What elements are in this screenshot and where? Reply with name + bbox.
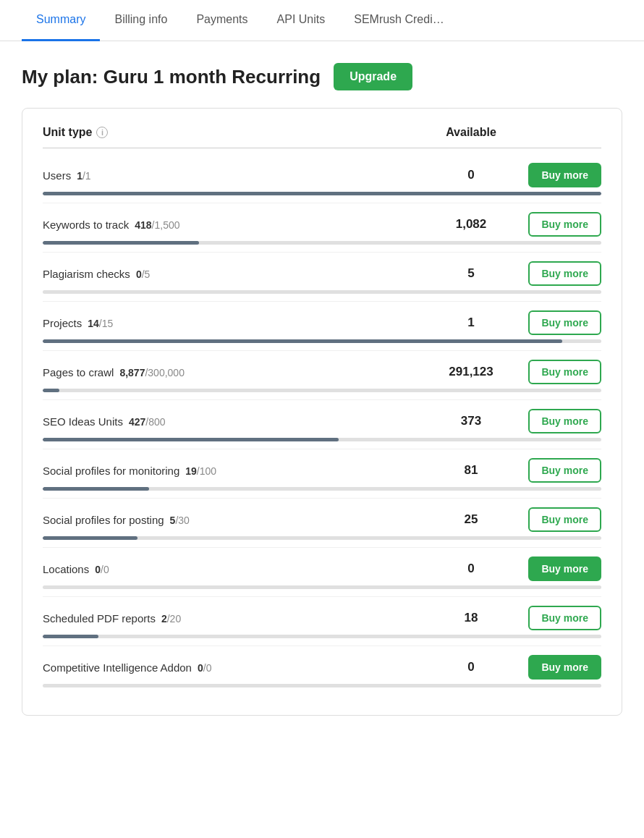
row-usage-1: 418/1,500 [135,219,179,231]
progress-bar-8 [43,585,601,589]
plan-title: My plan: Guru 1 month Recurring [22,66,321,88]
row-usage-8: 0/0 [95,564,109,575]
progress-fill-1 [43,241,199,245]
tab-billing-info[interactable]: Billing info [100,0,182,41]
row-label-0: Users [43,169,71,182]
available-header: Available [428,126,514,139]
row-usage-6: 19/100 [185,465,216,477]
buy-more-button-9[interactable]: Buy more [528,606,601,630]
progress-fill-4 [43,389,59,392]
row-usage-3: 14/15 [88,318,113,329]
table-row: Projects 14/15 1 Buy more [43,302,601,351]
row-available-8: 0 [428,562,514,576]
row-available-10: 0 [428,660,514,674]
progress-fill-0 [43,192,601,195]
tab-semrush-credits[interactable]: SEMrush Credi… [339,0,458,41]
buy-more-button-3[interactable]: Buy more [528,310,601,335]
progress-bar-2 [43,290,601,294]
progress-bar-10 [43,684,601,687]
row-label-7: Social profiles for posting [43,514,164,526]
row-label-5: SEO Ideas Units [43,415,123,428]
progress-bar-0 [43,192,601,195]
table-row: Scheduled PDF reports 2/20 18 Buy more [43,597,601,646]
buy-more-button-4[interactable]: Buy more [528,360,601,384]
progress-bar-1 [43,241,601,245]
table-row: SEO Ideas Units 427/800 373 Buy more [43,400,601,449]
row-action-5: Buy more [514,409,601,433]
table-row: Plagiarism checks 0/5 5 Buy more [43,253,601,302]
row-action-10: Buy more [514,655,601,680]
row-usage-7: 5/30 [170,515,190,526]
table-row: Users 1/1 0 Buy more [43,154,601,203]
unit-type-info-icon[interactable]: i [96,127,108,138]
tab-payments[interactable]: Payments [182,0,262,41]
upgrade-button[interactable]: Upgrade [334,63,412,90]
progress-bar-6 [43,487,601,491]
progress-bar-9 [43,635,601,638]
row-action-3: Buy more [514,310,601,335]
table-row: Social profiles for posting 5/30 25 Buy … [43,499,601,548]
table-row: Pages to crawl 8,877/300,000 291,123 Buy… [43,351,601,400]
progress-fill-3 [43,339,562,343]
row-available-2: 5 [428,266,514,281]
row-label-1: Keywords to track [43,219,129,231]
table-row: Locations 0/0 0 Buy more [43,548,601,597]
rows-container: Users 1/1 0 Buy more Keywords to track 4… [43,154,601,695]
row-available-1: 1,082 [428,217,514,232]
row-usage-4: 8,877/300,000 [119,367,185,378]
tab-summary[interactable]: Summary [22,0,100,41]
row-action-9: Buy more [514,606,601,630]
tab-api-units[interactable]: API Units [263,0,340,41]
progress-bar-7 [43,536,601,540]
progress-fill-5 [43,438,339,441]
row-available-9: 18 [428,611,514,625]
row-action-7: Buy more [514,507,601,532]
row-label-8: Locations [43,563,89,575]
row-action-0: Buy more [514,163,601,187]
buy-more-button-10[interactable]: Buy more [528,655,601,680]
table-row: Keywords to track 418/1,500 1,082 Buy mo… [43,203,601,253]
row-label-4: Pages to crawl [43,366,114,378]
progress-fill-6 [43,487,149,491]
table-row: Competitive Intelligence Addon 0/0 0 Buy… [43,646,601,695]
unit-type-header: Unit type [43,126,92,139]
buy-more-button-7[interactable]: Buy more [528,507,601,532]
row-label-10: Competitive Intelligence Addon [43,661,192,674]
units-card: Unit type i Available Users 1/1 0 Buy mo… [22,108,622,716]
row-action-6: Buy more [514,458,601,483]
row-label-2: Plagiarism checks [43,268,130,280]
row-available-7: 25 [428,512,514,527]
row-available-5: 373 [428,414,514,428]
progress-bar-4 [43,389,601,392]
row-available-6: 81 [428,463,514,478]
row-action-2: Buy more [514,261,601,286]
table-header: Unit type i Available [43,126,601,148]
row-usage-5: 427/800 [129,416,166,428]
buy-more-button-1[interactable]: Buy more [528,212,601,237]
buy-more-button-0[interactable]: Buy more [528,163,601,187]
row-label-9: Scheduled PDF reports [43,612,156,625]
row-action-1: Buy more [514,212,601,237]
row-label-3: Projects [43,317,82,329]
row-available-4: 291,123 [428,365,514,379]
buy-more-button-5[interactable]: Buy more [528,409,601,433]
row-label-6: Social profiles for monitoring [43,465,179,477]
page-title-area: My plan: Guru 1 month Recurring Upgrade [0,63,644,108]
table-row: Social profiles for monitoring 19/100 81… [43,449,601,499]
row-usage-10: 0/0 [198,662,211,674]
tab-bar: Summary Billing info Payments API Units … [0,0,644,41]
progress-bar-3 [43,339,601,343]
buy-more-button-6[interactable]: Buy more [528,458,601,483]
row-usage-2: 0/5 [136,268,150,280]
row-action-4: Buy more [514,360,601,384]
buy-more-button-2[interactable]: Buy more [528,261,601,286]
row-available-0: 0 [428,168,514,182]
progress-fill-7 [43,536,137,540]
progress-bar-5 [43,438,601,441]
row-usage-9: 2/20 [161,613,181,625]
row-usage-0: 1/1 [77,170,90,182]
row-available-3: 1 [428,316,514,330]
row-action-8: Buy more [514,556,601,581]
progress-fill-9 [43,635,98,638]
buy-more-button-8[interactable]: Buy more [528,556,601,581]
